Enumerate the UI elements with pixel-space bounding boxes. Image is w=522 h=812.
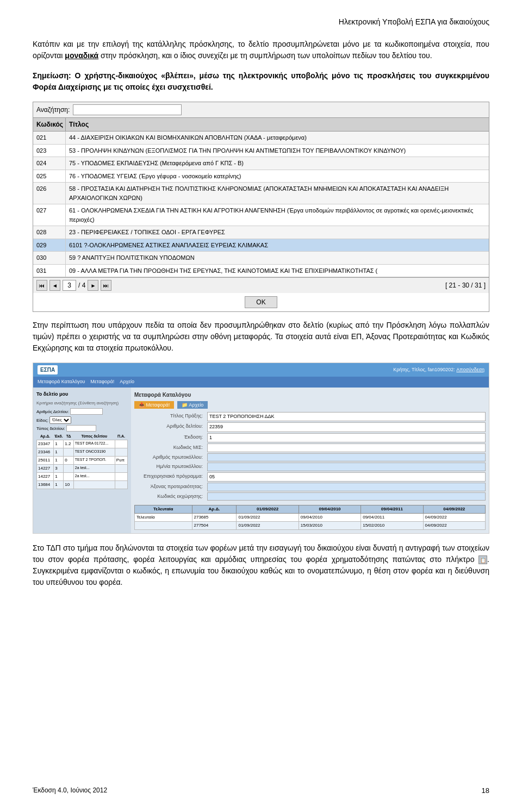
bottom-paragraph-1: Στο ΤΔΠ στο τμήμα που δηλώνονται τα στοι… <box>33 542 489 588</box>
espa-sidebar-table: Αρ.Δ. Έκδ. ΤΔ Τύπος δελτίου Π.Α. 2334711… <box>36 434 128 489</box>
nav-metafora[interactable]: Μεταφορά Καταλόγου <box>38 378 85 386</box>
label-ar-deltio: Αριθμός δελτίου: <box>134 422 205 432</box>
espa-body: Το δελτίο μου Κριτήρια αναζήτησης (Σύνθε… <box>33 388 489 534</box>
table-row-highlighted[interactable]: 029 6101 ?-ΟΛΟΚΛΗΡΩΜΕΝΕΣ ΑΣΤΙΚΕΣ ΑΝΑΠΛΑΣ… <box>33 239 489 252</box>
table-row[interactable]: 025 76 - ΥΠΟΔΟΜΕΣ ΥΓΕΙΑΣ (Έργο γέφυρα - … <box>33 170 489 183</box>
value-titlos: TEST 2 ΤΡΟΠΟΠΟΙΗΣΗ ΔΔΚ <box>207 412 486 422</box>
arxeio-button[interactable]: 📁 Αρχείο <box>177 401 208 409</box>
search-row: Αναζήτηση: <box>33 102 489 118</box>
sidebar-field-2: Είδος: Όλες <box>36 416 128 424</box>
form-title: Μεταφορά Καταλόγου <box>134 391 486 399</box>
prev-page-button[interactable]: ◄ <box>49 280 60 291</box>
col-header-kodikos: Κωδικός <box>33 118 66 131</box>
pagination-controls: ⏮ ◄ / 4 ► ⏭ <box>36 280 111 291</box>
next-page-button[interactable]: ► <box>88 280 98 291</box>
first-page-button[interactable]: ⏮ <box>36 280 47 291</box>
espa-lower-table: Τελευταία Αρ.Δ. 01/09/2022 09/04/2010 09… <box>134 505 486 530</box>
action-bar: 📤 Μεταφορά! 📁 Αρχείο <box>134 401 486 409</box>
label-axonas: Άξονας προτεραιότητας: <box>134 483 205 491</box>
last-page-button[interactable]: ⏭ <box>101 280 111 291</box>
value-kodikos-ekx[interactable] <box>207 492 486 501</box>
table-row: 277504 01/09/2022 15/03/2010 15/02/2010 … <box>135 522 486 530</box>
sidebar-field-3: Τύπος δελτίου: <box>36 425 128 432</box>
sidebar-field-1: Αριθμός Δελτίου: <box>36 408 128 415</box>
value-kodikos-mis[interactable] <box>207 444 486 452</box>
ok-button-row: OK <box>33 296 489 308</box>
espa-navbar: Μεταφορά Καταλόγου Μεταφορά! Αρχείο <box>33 377 489 388</box>
header-title: Ηλεκτρονική Υποβολή ΕΣΠΑ για δικαιούχους <box>339 17 489 26</box>
table-row[interactable]: 028 23 - ΠΕΡΙΦΕΡΕΙΑΚΕΣ / ΤΟΠΙΚΕΣ ΟΔΟΙ - … <box>33 226 489 239</box>
espa-screenshot: ΕΣΠΑ Κρήτης, Τίτλος, fan1090202: Αποσύνδ… <box>33 363 489 534</box>
list-item[interactable]: 233461TEST ONCO3190 <box>37 448 128 456</box>
search-label: Αναζήτηση: <box>36 105 70 115</box>
list-item[interactable]: 1422732a test... <box>37 464 128 472</box>
label-ar-protokolou: Αριθμός πρωτοκόλλου: <box>134 453 205 462</box>
ok-button[interactable]: OK <box>245 296 277 308</box>
page-footer: Έκδοση 4.0, Ιούνιος 2012 18 <box>33 785 489 796</box>
espa-logo-icon: ΕΣΠΑ <box>38 365 58 374</box>
value-ar-deltio: 22359 <box>207 422 486 432</box>
sidebar-tipos[interactable] <box>66 425 96 432</box>
value-ekdosi: 1 <box>207 433 486 443</box>
value-axonas[interactable] <box>207 483 486 491</box>
table-row[interactable]: 023 53 - ΠΡΟΛΗΨΗ ΚΙΝΔΥΝΩΝ (ΕΞΟΠΛΙΣΜΟΣ ΓΙ… <box>33 145 489 158</box>
middle-paragraph-1: Στην περίπτωση που υπάρχουν πεδία τα οπο… <box>33 320 489 354</box>
page-separator: / 4 <box>78 280 85 290</box>
list-item[interactable]: 13684110 <box>37 480 128 489</box>
edition-label: Έκδοση 4.0, Ιούνιος 2012 <box>33 785 107 796</box>
label-ep: Επιχειρησιακό πρόγραμμα: <box>134 472 205 482</box>
pagination-row: ⏮ ◄ / 4 ► ⏭ [ 21 - 30 / 31 ] <box>33 277 489 293</box>
table-header: Κωδικός Τίτλος <box>33 118 489 132</box>
espa-form: Τίτλος Πράξης: TEST 2 ΤΡΟΠΟΠΟΙΗΣΗ ΔΔΚ Αρ… <box>134 412 486 501</box>
sidebar-eidos-select[interactable]: Όλες <box>49 416 71 424</box>
espa-main-content: Μεταφορά Καταλόγου 📤 Μεταφορά! 📁 Αρχείο … <box>131 388 489 534</box>
results-table: Κωδικός Τίτλος 021 44 - ΔΙΑΧΕΙΡΙΣΗ ΟΙΚΙΑ… <box>33 118 489 293</box>
copy-button-icon: 📋 <box>478 555 487 564</box>
intro-paragraph-1: Κατόπιν και με την επιλογή της κατάλληλη… <box>33 39 489 61</box>
label-im-protokolou: Ημ/νία πρωτοκόλλου: <box>134 463 205 471</box>
table-row[interactable]: 026 58 - ΠΡΟΣΤΑΣΙΑ ΚΑΙ ΔΙΑΤΗΡΗΣΗ ΤΗΣ ΠΟΛ… <box>33 183 489 204</box>
list-item[interactable]: 2501110TEST 2 ΤΡΟΠΟΠ.Ρυπ <box>37 456 128 464</box>
sidebar-search-label: Κριτήρια αναζήτησης (Σύνθετη αναζήτηση) <box>36 400 128 407</box>
page-header: Ηλεκτρονική Υποβολή ΕΣΠΑ για δικαιούχους <box>33 16 489 28</box>
nav-arxeio[interactable]: Αρχείο <box>120 378 134 386</box>
table-row[interactable]: 021 44 - ΔΙΑΧΕΙΡΙΣΗ ΟΙΚΙΑΚΩΝ ΚΑΙ ΒΙΟΜΗΧΑ… <box>33 132 489 145</box>
nav-action[interactable]: Μεταφορά! <box>90 378 114 386</box>
value-im-protokolou[interactable] <box>207 463 486 471</box>
sidebar-ar-deltio[interactable] <box>70 408 103 415</box>
search-table-area: Αναζήτηση: Κωδικός Τίτλος 021 44 - ΔΙΑΧΕ… <box>33 102 489 312</box>
col-header-titlos: Τίτλος <box>66 118 489 131</box>
search-input[interactable] <box>73 104 182 115</box>
list-item[interactable]: 1422712a test... <box>37 472 128 480</box>
espa-user-info: Κρήτης, Τίτλος, fan1090202: Αποσύνδεση <box>393 366 484 374</box>
page-input[interactable] <box>63 280 76 291</box>
list-item[interactable]: 2334711.2TEST DRA 01722... <box>37 440 128 448</box>
page-range-info: [ 21 - 30 / 31 ] <box>445 280 486 290</box>
value-ar-protokolou[interactable] <box>207 453 486 462</box>
label-titlos: Τίτλος Πράξης: <box>134 412 205 422</box>
table-row[interactable]: 030 59 ? ΑΝΑΠΤΥΞΗ ΠΟΛΙΤΙΣΤΙΚΩΝ ΥΠΟΔΟΜΩΝ <box>33 252 489 265</box>
espa-sidebar: Το δελτίο μου Κριτήρια αναζήτησης (Σύνθε… <box>33 388 131 534</box>
page-number: 18 <box>482 785 489 796</box>
table-row[interactable]: 031 09 - ΑΛΛΑ ΜΕΤΡΑ ΓΙΑ ΤΗΝ ΠΡΟΩΘΗΣΗ ΤΗΣ… <box>33 265 489 278</box>
espa-app: ΕΣΠΑ Κρήτης, Τίτλος, fan1090202: Αποσύνδ… <box>33 363 489 533</box>
metafora-button[interactable]: 📤 Μεταφορά! <box>134 401 174 409</box>
table-row: Τελευταία 273685 01/09/2022 09/04/2010 0… <box>135 514 486 522</box>
table-row[interactable]: 027 61 - ΟΛΟΚΛΗΡΩΜΕΝΑ ΣΧΕΔΙΑ ΓΙΑ ΤΗΝ ΑΣΤ… <box>33 204 489 226</box>
table-row[interactable]: 024 75 - ΥΠΟΔΟΜΕΣ ΕΚΠΑΙΔΕΥΣΗΣ (Μεταφερόμ… <box>33 157 489 170</box>
label-ekdosi: Έκδοση: <box>134 433 205 443</box>
value-ep: 05 <box>207 472 486 482</box>
sidebar-title: Το δελτίο μου <box>36 391 128 398</box>
note-paragraph: Σημείωση: Ο χρήστης-δικαιούχος «βλέπει»,… <box>33 70 489 93</box>
espa-topbar: ΕΣΠΑ Κρήτης, Τίτλος, fan1090202: Αποσύνδ… <box>33 363 489 377</box>
label-kodikos-ekx: Κωδικός εκχώρησης: <box>134 492 205 501</box>
label-kodikos-mis: Κωδικός ΜΙΣ: <box>134 444 205 452</box>
